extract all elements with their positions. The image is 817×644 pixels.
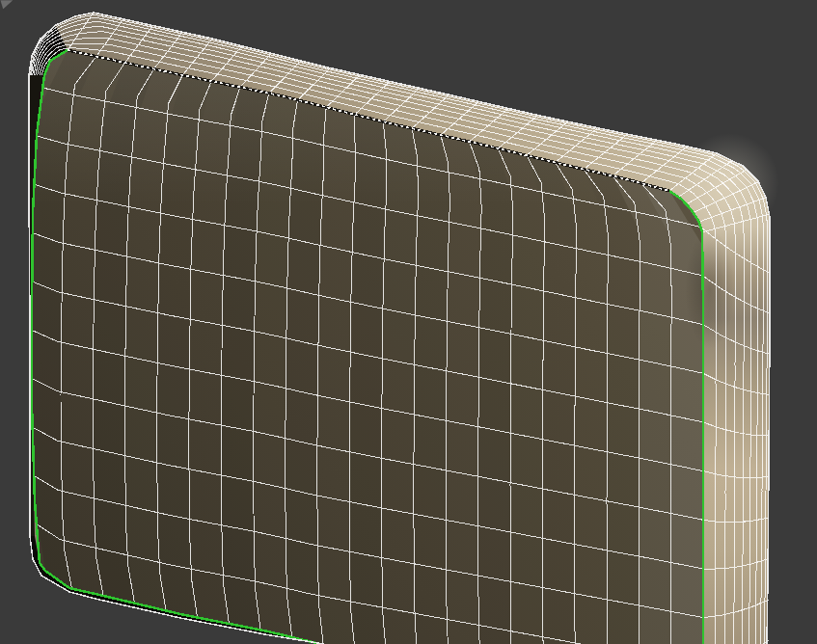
scene-canvas xyxy=(0,0,817,644)
viewport-3d[interactable] xyxy=(0,0,817,644)
